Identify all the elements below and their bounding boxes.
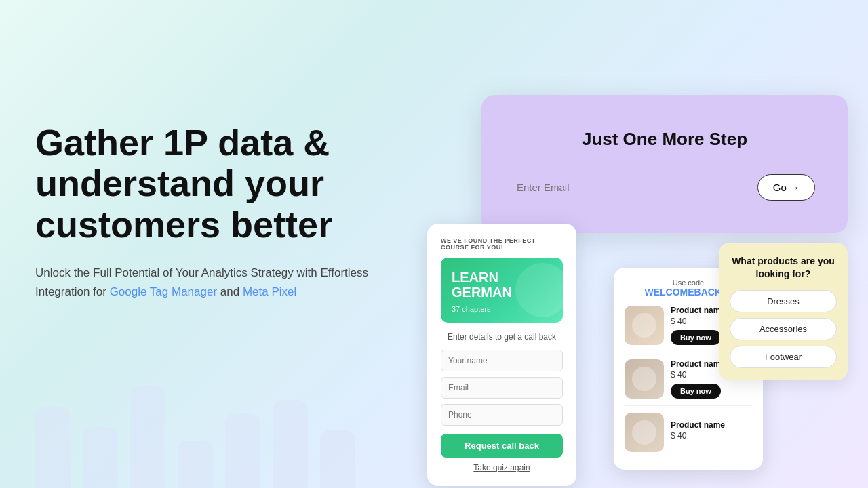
course-phone-input[interactable] xyxy=(441,404,563,426)
hero-section: Gather 1P data & understand your custome… xyxy=(35,122,429,301)
category-dresses-button[interactable]: Dresses xyxy=(730,290,837,312)
what-products-card: What products are you looking for? Dress… xyxy=(719,243,848,380)
subtext-middle: and xyxy=(217,285,243,298)
course-banner-title: LEARN GERMAN xyxy=(452,270,552,300)
course-name-input[interactable] xyxy=(441,350,563,371)
email-input[interactable] xyxy=(514,176,749,199)
take-quiz-link[interactable]: Take quiz again xyxy=(441,463,563,472)
request-callback-button[interactable]: Request call back xyxy=(441,434,563,458)
email-card: Just One More Step Go → xyxy=(481,95,848,233)
meta-link[interactable]: Meta Pixel xyxy=(243,285,296,298)
email-card-title: Just One More Step xyxy=(514,129,815,150)
product-image-2 xyxy=(625,359,664,399)
product-price-3: $ 40 xyxy=(671,431,752,441)
bar-1 xyxy=(35,407,71,488)
course-chapters: 37 chapters xyxy=(452,305,552,313)
course-banner: LEARN GERMAN 37 chapters xyxy=(441,258,563,323)
bar-3 xyxy=(130,386,165,488)
bar-2 xyxy=(83,427,118,488)
course-form-subtitle: Enter details to get a call back xyxy=(441,332,563,342)
what-products-title: What products are you looking for? xyxy=(730,255,837,281)
product-img-decoration xyxy=(632,313,656,338)
bar-7 xyxy=(320,430,355,488)
course-label: WE'VE FOUND THE PERFECT COURSE FOR YOU! xyxy=(441,237,563,251)
sub-text: Unlock the Full Potential of Your Analyt… xyxy=(35,264,401,300)
buy-button-2[interactable]: Buy now xyxy=(671,384,721,399)
category-footwear-button[interactable]: Footwear xyxy=(730,346,837,368)
course-email-input[interactable] xyxy=(441,377,563,399)
product-image-1 xyxy=(625,306,664,345)
product-img-decoration xyxy=(632,367,656,391)
email-row: Go → xyxy=(514,174,815,201)
bar-5 xyxy=(225,413,260,488)
main-heading: Gather 1P data & understand your custome… xyxy=(35,122,429,245)
bar-6 xyxy=(273,400,308,488)
bars-decoration xyxy=(35,352,355,488)
product-info-3: Product name $ 40 xyxy=(671,420,752,445)
course-card: WE'VE FOUND THE PERFECT COURSE FOR YOU! … xyxy=(427,224,576,486)
buy-button-1[interactable]: Buy now xyxy=(671,330,721,345)
go-button[interactable]: Go → xyxy=(757,174,815,201)
product-name-3: Product name xyxy=(671,420,752,430)
product-image-3 xyxy=(625,413,664,452)
product-img-decoration xyxy=(632,420,656,445)
category-accessories-button[interactable]: Accessories xyxy=(730,318,837,340)
bar-4 xyxy=(178,441,213,488)
product-item-3: Product name $ 40 xyxy=(625,413,752,459)
gtm-link[interactable]: Google Tag Manager xyxy=(110,285,217,298)
